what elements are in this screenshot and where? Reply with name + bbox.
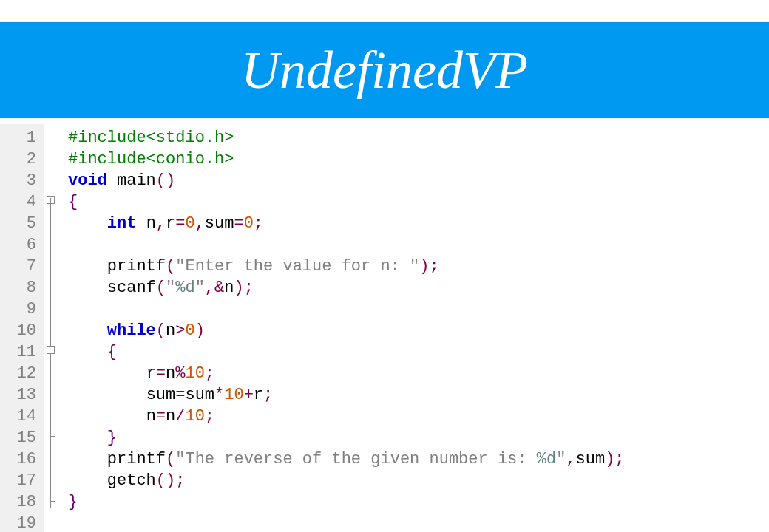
code-line: } — [68, 427, 625, 449]
line-number: 14 — [0, 406, 36, 427]
line-number-gutter: 1 2 3 4 5 6 7 8 9 10 11 12 13 14 15 16 1… — [0, 124, 44, 532]
line-number: 17 — [0, 470, 36, 491]
code-line: int n,r=0,sum=0; — [68, 213, 625, 234]
header-banner: UndefinedVP — [0, 22, 769, 118]
code-line: scanf("%d",&n); — [68, 277, 625, 299]
line-number: 18 — [0, 491, 36, 513]
code-line: sum=sum*10+r; — [68, 384, 625, 406]
line-number: 11 — [0, 341, 36, 363]
line-number: 10 — [0, 320, 36, 341]
line-number: 6 — [0, 234, 36, 256]
line-number: 9 — [0, 299, 36, 320]
line-number: 15 — [0, 427, 36, 449]
line-number: 5 — [0, 213, 36, 234]
line-number: 2 — [0, 149, 36, 170]
code-line: n=n/10; — [68, 406, 625, 427]
line-number: 1 — [0, 127, 36, 149]
line-number: 19 — [0, 513, 36, 532]
code-line: { — [68, 191, 625, 213]
code-line — [68, 234, 625, 256]
code-line: printf("The reverse of the given number … — [68, 449, 625, 470]
code-line: #include<stdio.h> — [68, 127, 625, 149]
line-number: 7 — [0, 256, 36, 277]
code-line: } — [68, 491, 625, 513]
line-number: 8 — [0, 277, 36, 299]
code-editor: 1 2 3 4 5 6 7 8 9 10 11 12 13 14 15 16 1… — [0, 124, 769, 532]
code-line — [68, 513, 625, 532]
fold-toggle-icon[interactable]: − — [47, 346, 55, 354]
line-number: 16 — [0, 449, 36, 470]
code-line: { — [68, 341, 625, 363]
code-line: r=n%10; — [68, 363, 625, 384]
line-number: 12 — [0, 363, 36, 384]
code-line: void main() — [68, 170, 625, 191]
code-line — [68, 299, 625, 320]
code-line: printf("Enter the value for n: "); — [68, 256, 625, 277]
line-number: 3 — [0, 170, 36, 191]
header-title: UndefinedVP — [241, 40, 528, 101]
line-number: 4 — [0, 191, 36, 213]
line-number: 13 — [0, 384, 36, 406]
code-line: getch(); — [68, 470, 625, 491]
code-line: while(n>0) — [68, 320, 625, 341]
code-area[interactable]: #include<stdio.h> #include<conio.h> void… — [59, 124, 625, 532]
code-line: #include<conio.h> — [68, 149, 625, 170]
fold-gutter: − − — [44, 124, 59, 532]
